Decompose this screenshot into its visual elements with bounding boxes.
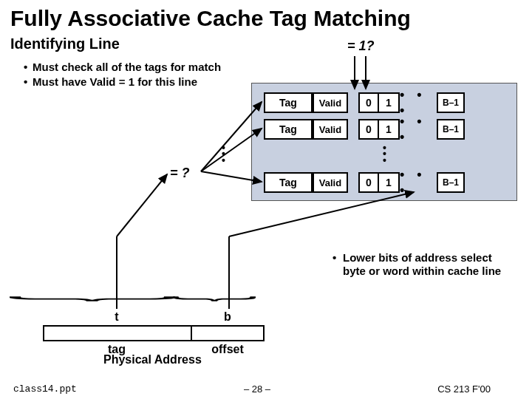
valid-cell: Valid [313, 92, 348, 113]
brace-b: } [171, 296, 273, 301]
vertical-dots-right: ••• [383, 145, 386, 163]
ellipsis: • • • [400, 119, 437, 140]
ellipsis: • • • [400, 172, 437, 193]
vertical-dots-left: ••• [222, 145, 225, 163]
physical-address-label: Physical Address [103, 353, 202, 366]
cache-line-n: Tag Valid 0 1 • • • B–1 [264, 172, 465, 193]
addr-b-top: b [191, 310, 265, 324]
addr-t-top: t [43, 310, 191, 324]
slide-title: Fully Associative Cache Tag Matching [0, 0, 532, 31]
footer-file: class14.ppt [13, 383, 77, 395]
valid-cell: Valid [313, 119, 348, 140]
byte-1: 1 [379, 92, 400, 113]
bullet-1: Must check all of the tags for match [33, 60, 221, 75]
byte-n: B–1 [437, 92, 465, 113]
tag-cell: Tag [264, 119, 313, 140]
byte-1: 1 [379, 119, 400, 140]
equals-1-label: = 1? [347, 38, 375, 54]
address-diagram: t b tag offset [43, 310, 265, 356]
section-subtitle: Identifying Line [0, 31, 532, 52]
addr-tag-field [44, 327, 192, 340]
footer: class14.ppt – 28 – CS 213 F'00 [0, 383, 532, 395]
cache-line-2: Tag Valid 0 1 • • • B–1 [264, 119, 465, 140]
addr-offset-field [192, 327, 263, 340]
byte-0: 0 [358, 119, 379, 140]
addr-b-bot: offset [191, 343, 265, 356]
ellipsis: • • • [400, 92, 437, 113]
lower-bits-comment: •Lower bits of address select byte or wo… [332, 251, 502, 278]
svg-line-6 [117, 174, 167, 236]
tag-cell: Tag [264, 92, 313, 113]
equals-q-label: = ? [170, 166, 190, 181]
byte-1: 1 [379, 172, 400, 193]
byte-n: B–1 [437, 172, 465, 193]
byte-n: B–1 [437, 119, 465, 140]
footer-page: – 28 – [244, 383, 270, 395]
byte-0: 0 [358, 92, 379, 113]
valid-cell: Valid [313, 172, 348, 193]
byte-0: 0 [358, 172, 379, 193]
bullet-2: Must have Valid = 1 for this line [33, 75, 197, 89]
footer-course: CS 213 F'00 [437, 383, 491, 395]
cache-line-1: Tag Valid 0 1 • • • B–1 [264, 92, 465, 113]
tag-cell: Tag [264, 172, 313, 193]
